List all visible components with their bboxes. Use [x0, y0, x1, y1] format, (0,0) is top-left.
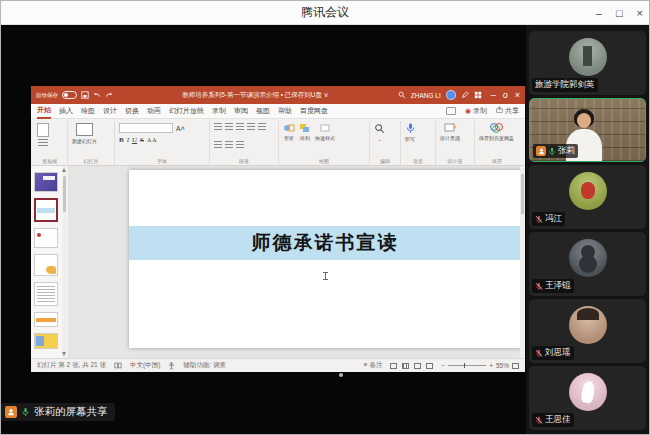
- share-button[interactable]: 共享: [496, 106, 519, 116]
- clipboard-group[interactable]: 剪贴板: [33, 121, 68, 165]
- tab-animations[interactable]: 动画: [147, 104, 161, 118]
- toolbar-collapse-dot[interactable]: [339, 373, 343, 377]
- strikethrough-button[interactable]: S: [140, 136, 144, 144]
- designer-group[interactable]: 设计灵感 设计器: [436, 121, 475, 165]
- font-group[interactable]: A˄ B I U S A A 字体: [115, 121, 210, 165]
- ribbon-options-icon[interactable]: [474, 91, 482, 99]
- reading-view-icon[interactable]: [414, 363, 421, 369]
- participant-tile-active-speaker[interactable]: 张莉: [529, 98, 646, 162]
- participants-sidebar: 旅游学院郭剑英 张莉 冯江 王: [526, 25, 649, 434]
- slide-thumbnail-selected[interactable]: [34, 198, 58, 222]
- slide-canvas: 师德承诺书宣读: [69, 166, 525, 358]
- participant-tile[interactable]: 刘思瑶: [529, 299, 646, 363]
- close-button[interactable]: ×: [637, 7, 643, 19]
- ppt-editor-body: 师德承诺书宣读: [31, 166, 525, 358]
- thumbnail-scrollbar[interactable]: [62, 166, 67, 358]
- title-band[interactable]: 师德承诺书宣读: [129, 226, 521, 260]
- tab-transitions[interactable]: 切换: [125, 104, 139, 118]
- slide-thumbnail[interactable]: [34, 312, 58, 327]
- design-ideas-button[interactable]: 设计灵感: [440, 123, 460, 141]
- slides-group[interactable]: 新建幻灯片 幻灯片: [68, 121, 115, 165]
- window-title: 腾讯会议: [1, 4, 649, 21]
- save-to-baidu-button[interactable]: 保存到百度网盘: [479, 123, 514, 141]
- redo-icon[interactable]: [105, 91, 113, 99]
- normal-view-icon[interactable]: [390, 363, 397, 369]
- language-indicator[interactable]: 中文(中国): [130, 361, 160, 370]
- zoom-in-button[interactable]: +: [489, 362, 493, 369]
- tab-insert[interactable]: 插入: [59, 104, 73, 118]
- slide-thumbnail[interactable]: [34, 228, 58, 248]
- record-button[interactable]: ◉ 录制: [465, 106, 487, 116]
- arrange-button[interactable]: 排列: [299, 123, 311, 141]
- current-slide[interactable]: 师德承诺书宣读: [129, 170, 521, 348]
- pencil-icon[interactable]: [461, 91, 469, 99]
- ppt-close-button[interactable]: ×: [515, 90, 520, 100]
- dictate-button[interactable]: 听写: [405, 123, 415, 142]
- tab-slideshow[interactable]: 幻灯片放映: [169, 104, 204, 118]
- mic-muted-icon: [535, 416, 543, 425]
- notes-button[interactable]: ≡ 备注: [364, 361, 383, 370]
- tab-help[interactable]: 帮助: [278, 104, 292, 118]
- zoom-level[interactable]: 55%: [496, 362, 509, 369]
- ppt-minimize-button[interactable]: –: [491, 90, 496, 100]
- mic-on-icon: [21, 407, 30, 417]
- underline-button[interactable]: U: [132, 136, 137, 144]
- zoom-control[interactable]: − + 55%: [441, 362, 519, 369]
- shapes-button[interactable]: 形状: [283, 123, 295, 141]
- tab-home[interactable]: 开始: [37, 103, 51, 119]
- book-icon: [114, 362, 122, 369]
- save-to-netdisk-group[interactable]: 保存到百度网盘 保存: [475, 121, 519, 165]
- zoom-out-button[interactable]: −: [441, 362, 445, 369]
- italic-button[interactable]: I: [127, 136, 129, 144]
- slide-thumbnail[interactable]: [34, 172, 58, 192]
- tab-design[interactable]: 设计: [103, 104, 117, 118]
- slide-thumbnail[interactable]: [34, 282, 58, 306]
- slide-thumbnail[interactable]: [34, 333, 58, 349]
- search-icon[interactable]: [398, 91, 406, 99]
- account-name[interactable]: ZHANG LI: [411, 92, 441, 99]
- slideshow-icon[interactable]: [426, 363, 433, 369]
- new-slide-button[interactable]: 新建幻灯片: [72, 123, 97, 144]
- tab-draw[interactable]: 绘图: [81, 104, 95, 118]
- comments-icon[interactable]: [446, 107, 456, 115]
- voice-group[interactable]: 听写 语音: [401, 121, 436, 165]
- tab-view[interactable]: 视图: [256, 104, 270, 118]
- scroll-down-arrow[interactable]: [62, 352, 66, 356]
- maximize-button[interactable]: □: [616, 7, 623, 19]
- drawing-group[interactable]: 形状 排列 快速样式 绘图: [279, 121, 370, 165]
- editing-group[interactable]: ⌄ 编辑: [370, 121, 401, 165]
- accessibility-status[interactable]: 辅助功能: 调查: [183, 361, 226, 370]
- scrollbar-thumb[interactable]: [63, 176, 66, 212]
- slide-sorter-icon[interactable]: [402, 363, 409, 369]
- slide-title-text[interactable]: 师德承诺书宣读: [252, 230, 399, 256]
- fit-to-window-icon[interactable]: [512, 363, 519, 369]
- ppt-status-bar: 幻灯片 第 2 张, 共 21 张 中文(中国) 辅助功能: 调查 ≡ 备注 −…: [31, 358, 525, 372]
- participant-tile[interactable]: 冯江: [529, 165, 646, 229]
- slide-thumbnail-panel[interactable]: [31, 166, 69, 358]
- tab-baidu-netdisk[interactable]: 百度网盘: [300, 104, 328, 118]
- slide-thumbnail[interactable]: [34, 254, 58, 276]
- scroll-up-arrow[interactable]: [62, 168, 66, 172]
- quick-styles-button[interactable]: 快速样式: [315, 123, 335, 141]
- zoom-slider[interactable]: [448, 365, 486, 366]
- save-icon[interactable]: [81, 91, 89, 99]
- ppt-ribbon: 剪贴板 新建幻灯片 幻灯片 A˄ B I U S A: [31, 119, 525, 166]
- canvas-scrollbar[interactable]: [520, 166, 525, 358]
- ppt-restore-button[interactable]: o: [503, 90, 508, 100]
- minimize-button[interactable]: –: [596, 7, 602, 19]
- tab-record[interactable]: 录制: [212, 104, 226, 118]
- participant-tile[interactable]: 王思佳: [529, 366, 646, 430]
- participant-tile[interactable]: 旅游学院郭剑英: [529, 31, 646, 95]
- bold-button[interactable]: B: [119, 136, 124, 144]
- autosave-toggle[interactable]: [62, 91, 77, 99]
- find-button[interactable]: ⌄: [374, 123, 385, 142]
- account-avatar[interactable]: [446, 90, 456, 100]
- tab-review[interactable]: 审阅: [234, 104, 248, 118]
- participant-tile[interactable]: 王泽锟: [529, 232, 646, 296]
- mic-muted-icon: [535, 215, 543, 224]
- quick-access-toolbar[interactable]: 自动保存: [36, 91, 113, 99]
- undo-icon[interactable]: [93, 91, 101, 99]
- share-icon: [496, 106, 503, 113]
- font-name-box[interactable]: [119, 123, 173, 133]
- paragraph-group[interactable]: 段落: [210, 121, 279, 165]
